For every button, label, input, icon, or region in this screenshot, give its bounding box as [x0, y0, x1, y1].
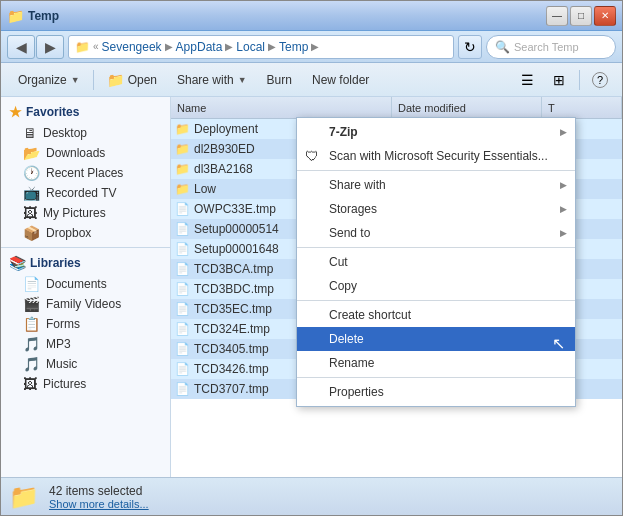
- sidebar-item-mypictures[interactable]: 🖼 Pictures: [1, 374, 170, 394]
- path-sevengeek[interactable]: Sevengeek: [102, 40, 162, 54]
- ctx-delete-label: Delete: [329, 332, 364, 346]
- mp3-icon: 🎵: [23, 336, 40, 352]
- file-header: Name Date modified T: [171, 97, 622, 119]
- refresh-button[interactable]: ↻: [458, 35, 482, 59]
- search-icon: 🔍: [495, 40, 510, 54]
- view-details-button[interactable]: ☰: [513, 67, 541, 93]
- ctx-scan-label: Scan with Microsoft Security Essentials.…: [329, 149, 548, 163]
- file-area: Name Date modified T 📁Deployment 📁dl2B93…: [171, 97, 622, 477]
- ctx-item-storages[interactable]: Storages: [297, 197, 575, 221]
- minimize-button[interactable]: —: [546, 6, 568, 26]
- ctx-item-share[interactable]: Share with: [297, 173, 575, 197]
- view-large-button[interactable]: ⊞: [545, 67, 573, 93]
- videos-label: Family Videos: [46, 297, 121, 311]
- sidebar-item-downloads[interactable]: 📂 Downloads: [1, 143, 170, 163]
- scan-icon: 🛡: [305, 148, 319, 164]
- organize-chevron: ▼: [71, 75, 80, 85]
- share-chevron: ▼: [238, 75, 247, 85]
- sidebar-item-recorded[interactable]: 📺 Recorded TV: [1, 183, 170, 203]
- titlebar-controls: — □ ✕: [546, 6, 616, 26]
- header-type[interactable]: T: [542, 97, 622, 118]
- ctx-item-copy[interactable]: Copy: [297, 274, 575, 298]
- music-label: Music: [46, 357, 77, 371]
- sidebar-item-music[interactable]: 🎵 Music: [1, 354, 170, 374]
- favorites-section: ★ Favorites 🖥 Desktop 📂 Downloads 🕐 Rece…: [1, 101, 170, 243]
- ctx-item-cut[interactable]: Cut: [297, 250, 575, 274]
- burn-button[interactable]: Burn: [258, 67, 301, 93]
- close-button[interactable]: ✕: [594, 6, 616, 26]
- ctx-item-shortcut[interactable]: Create shortcut: [297, 303, 575, 327]
- toolbar: Organize ▼ 📁 Open Share with ▼ Burn New …: [1, 63, 622, 97]
- status-folder-icon: 📁: [9, 483, 39, 511]
- path-sep-2: ▶: [165, 41, 173, 52]
- path-sep-1: «: [93, 41, 99, 52]
- ctx-sendto-label: Send to: [329, 226, 370, 240]
- forms-icon: 📋: [23, 316, 40, 332]
- sidebar-item-videos[interactable]: 🎬 Family Videos: [1, 294, 170, 314]
- organize-button[interactable]: Organize ▼: [9, 67, 89, 93]
- ctx-rename-label: Rename: [329, 356, 374, 370]
- mp3-label: MP3: [46, 337, 71, 351]
- header-name[interactable]: Name: [171, 97, 392, 118]
- header-date[interactable]: Date modified: [392, 97, 542, 118]
- libraries-label: Libraries: [30, 256, 81, 270]
- ctx-item-sendto[interactable]: Send to: [297, 221, 575, 245]
- music-icon: 🎵: [23, 356, 40, 372]
- ctx-properties-label: Properties: [329, 385, 384, 399]
- toolbar-sep-2: [579, 70, 580, 90]
- help-button[interactable]: ?: [586, 67, 614, 93]
- ctx-divider-3: [297, 300, 575, 301]
- path-appdata[interactable]: AppData: [176, 40, 223, 54]
- path-local[interactable]: Local: [236, 40, 265, 54]
- ctx-item-rename[interactable]: Rename: [297, 351, 575, 375]
- ctx-share-label: Share with: [329, 178, 386, 192]
- mypictures-label: Pictures: [43, 377, 86, 391]
- forward-button[interactable]: ▶: [36, 35, 64, 59]
- documents-icon: 📄: [23, 276, 40, 292]
- sidebar-item-desktop[interactable]: 🖥 Desktop: [1, 123, 170, 143]
- pictures-icon: 🖼: [23, 205, 37, 221]
- sidebar-item-forms[interactable]: 📋 Forms: [1, 314, 170, 334]
- sidebar-item-documents[interactable]: 📄 Documents: [1, 274, 170, 294]
- header-name-label: Name: [177, 102, 206, 114]
- sidebar-item-mp3[interactable]: 🎵 MP3: [1, 334, 170, 354]
- toolbar-right: ☰ ⊞ ?: [513, 67, 614, 93]
- ctx-item-7zip[interactable]: 7-Zip: [297, 120, 575, 144]
- context-menu: 7-Zip 🛡 Scan with Microsoft Security Ess…: [296, 117, 576, 407]
- sidebar-item-pictures[interactable]: 🖼 My Pictures: [1, 203, 170, 223]
- videos-icon: 🎬: [23, 296, 40, 312]
- new-folder-label: New folder: [312, 73, 369, 87]
- downloads-label: Downloads: [46, 146, 105, 160]
- maximize-button[interactable]: □: [570, 6, 592, 26]
- ctx-divider-1: [297, 170, 575, 171]
- path-sep-3: ▶: [225, 41, 233, 52]
- libraries-section: 📚 Libraries 📄 Documents 🎬 Family Videos …: [1, 252, 170, 394]
- ctx-cut-label: Cut: [329, 255, 348, 269]
- nav-buttons: ◀ ▶: [7, 35, 64, 59]
- ctx-item-scan[interactable]: 🛡 Scan with Microsoft Security Essential…: [297, 144, 575, 168]
- sidebar-item-recent[interactable]: 🕐 Recent Places: [1, 163, 170, 183]
- desktop-icon: 🖥: [23, 125, 37, 141]
- favorites-header[interactable]: ★ Favorites: [1, 101, 170, 123]
- header-date-label: Date modified: [398, 102, 466, 114]
- ctx-item-delete[interactable]: Delete ↖: [297, 327, 575, 351]
- search-placeholder: Search Temp: [514, 41, 579, 53]
- show-more-link[interactable]: Show more details...: [49, 498, 149, 510]
- share-with-button[interactable]: Share with ▼: [168, 67, 256, 93]
- libraries-header[interactable]: 📚 Libraries: [1, 252, 170, 274]
- open-button[interactable]: 📁 Open: [98, 67, 166, 93]
- path-sep-4: ▶: [268, 41, 276, 52]
- sidebar-item-dropbox[interactable]: 📦 Dropbox: [1, 223, 170, 243]
- burn-label: Burn: [267, 73, 292, 87]
- downloads-icon: 📂: [23, 145, 40, 161]
- path-temp[interactable]: Temp: [279, 40, 308, 54]
- ctx-item-properties[interactable]: Properties: [297, 380, 575, 404]
- pictures-label: My Pictures: [43, 206, 106, 220]
- dropbox-label: Dropbox: [46, 226, 91, 240]
- new-folder-button[interactable]: New folder: [303, 67, 378, 93]
- addressbar: ◀ ▶ 📁 « Sevengeek ▶ AppData ▶ Local ▶ Te…: [1, 31, 622, 63]
- search-box[interactable]: 🔍 Search Temp: [486, 35, 616, 59]
- back-button[interactable]: ◀: [7, 35, 35, 59]
- address-path[interactable]: 📁 « Sevengeek ▶ AppData ▶ Local ▶ Temp ▶: [68, 35, 454, 59]
- titlebar: 📁 Temp — □ ✕: [1, 1, 622, 31]
